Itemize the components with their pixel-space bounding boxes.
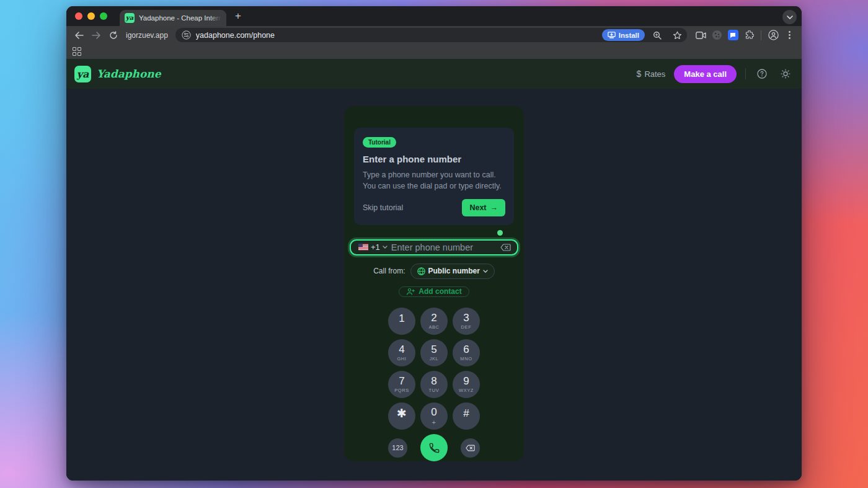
key-hash[interactable]: # (453, 402, 480, 430)
chat-extension-badge (728, 30, 738, 40)
favicon: ya (125, 13, 135, 23)
rates-link[interactable]: $ Rates (637, 69, 666, 79)
key-star[interactable]: ✱ (388, 402, 415, 430)
puzzle-icon (745, 30, 754, 40)
key-7[interactable]: 7PQRS (388, 371, 415, 398)
next-button[interactable]: Next → (462, 199, 505, 216)
key-digit: 2 (431, 313, 436, 323)
call-button[interactable] (420, 434, 448, 461)
key-letters: TUV (429, 388, 440, 393)
key-9[interactable]: 9WXYZ (453, 371, 480, 398)
key-digit: # (463, 408, 469, 419)
tab-title-fade (209, 10, 226, 26)
key-digit: 7 (399, 376, 404, 386)
key-2[interactable]: 2ABC (420, 308, 448, 335)
zoom-page-button[interactable] (650, 28, 665, 43)
country-code-label: +1 (371, 242, 380, 252)
speech-bubble-icon (730, 32, 736, 38)
key-letters: WXYZ (459, 388, 474, 393)
dial-pad: 12ABC3DEF4GHI5JKL6MNO7PQRS8TUV9WXYZ✱0+# (388, 308, 480, 430)
browser-window: ya Yadaphone - Cheap International + igo… (66, 6, 802, 481)
sun-icon (781, 69, 790, 79)
key-letters: PQRS (394, 388, 409, 393)
step-dot (497, 230, 503, 236)
forward-icon (92, 32, 101, 39)
apps-grid-icon[interactable] (73, 47, 81, 56)
address-bar[interactable]: yadaphone.com/phone Install (175, 28, 687, 42)
key-letters: ABC (428, 324, 439, 330)
profile-button[interactable] (766, 28, 781, 43)
page-content: Tutorial Enter a phone number Type a pho… (66, 89, 802, 481)
tutorial-body: Type a phone number you want to call. Yo… (363, 169, 505, 192)
us-flag-icon (358, 244, 368, 251)
key-1[interactable]: 1 (388, 308, 415, 335)
key-0[interactable]: 0+ (420, 402, 448, 430)
key-4[interactable]: 4GHI (388, 339, 415, 366)
browser-tab[interactable]: ya Yadaphone - Cheap International (120, 10, 226, 26)
install-label: Install (619, 32, 639, 39)
add-contact-button[interactable]: Add contact (399, 286, 469, 297)
reload-icon (109, 31, 118, 40)
delete-digit-button[interactable] (461, 438, 480, 458)
reload-button[interactable] (106, 28, 121, 43)
key-letters: + (432, 419, 436, 426)
key-letters: GHI (397, 356, 406, 362)
help-button[interactable] (755, 66, 769, 81)
person-add-icon (406, 288, 415, 295)
key-letters: DEF (461, 324, 472, 330)
make-a-call-button[interactable]: Make a call (674, 65, 737, 83)
key-digit: ✱ (397, 407, 407, 419)
star-icon (673, 31, 682, 40)
brand-name[interactable]: Yadaphone (97, 68, 161, 80)
backspace-icon (466, 445, 475, 451)
url-text[interactable]: yadaphone.com/phone (196, 31, 597, 40)
next-label: Next (469, 203, 486, 212)
kebab-menu-icon (789, 31, 790, 39)
key-3[interactable]: 3DEF (453, 308, 480, 335)
site-settings-icon[interactable] (182, 30, 191, 40)
country-code-dropdown[interactable]: +1 (358, 242, 388, 252)
bookmark-button[interactable] (670, 28, 684, 43)
question-icon (757, 69, 767, 79)
tab-strip: ya Yadaphone - Cheap International + (66, 6, 802, 26)
phone-number-input[interactable] (391, 242, 497, 252)
browser-toolbar: igorzuev.app yadaphone.com/phone Install (66, 26, 802, 44)
profile-domain-label[interactable]: igorzuev.app (126, 31, 168, 40)
key-6[interactable]: 6MNO (453, 339, 480, 366)
call-from-label: Call from: (373, 267, 405, 275)
toolbar-divider (761, 30, 761, 40)
dialer-card: Tutorial Enter a phone number Type a pho… (344, 106, 524, 461)
key-5[interactable]: 5JKL (420, 339, 448, 366)
chevron-down-icon (483, 270, 488, 273)
call-from-dropdown[interactable]: Public number (410, 264, 495, 279)
minimize-window-button[interactable] (87, 12, 95, 20)
close-window-button[interactable] (75, 12, 82, 20)
key-digit: 5 (431, 344, 436, 355)
backspace-icon[interactable] (500, 244, 511, 251)
extensions-button[interactable] (742, 28, 756, 43)
install-app-button[interactable]: Install (602, 29, 645, 41)
camera-button[interactable] (693, 28, 708, 43)
phone-number-field[interactable]: +1 (350, 239, 518, 255)
chat-extension-icon[interactable] (725, 28, 740, 43)
cookie-extension-icon[interactable] (709, 28, 724, 43)
chevron-down-icon (383, 246, 388, 249)
forward-button[interactable] (89, 28, 104, 43)
install-icon (608, 32, 616, 38)
browser-menu-button[interactable] (782, 28, 797, 43)
skip-tutorial-link[interactable]: Skip tutorial (363, 203, 403, 212)
new-tab-button[interactable]: + (230, 8, 246, 24)
key-digit: 9 (463, 376, 469, 386)
maximize-window-button[interactable] (100, 12, 107, 20)
chevron-down-icon (787, 16, 793, 19)
theme-toggle-button[interactable] (778, 66, 793, 81)
site-header: ya Yadaphone $ Rates Make a call (66, 59, 802, 89)
call-from-row: Call from: Public number (344, 264, 524, 279)
yadaphone-logo[interactable]: ya (74, 66, 91, 82)
key-8[interactable]: 8TUV (420, 371, 448, 398)
call-from-value: Public number (428, 267, 480, 275)
key-digit: 6 (463, 344, 469, 355)
tab-overview-button[interactable] (782, 10, 797, 24)
numeric-toggle-button[interactable]: 123 (388, 438, 407, 458)
back-button[interactable] (71, 28, 86, 43)
